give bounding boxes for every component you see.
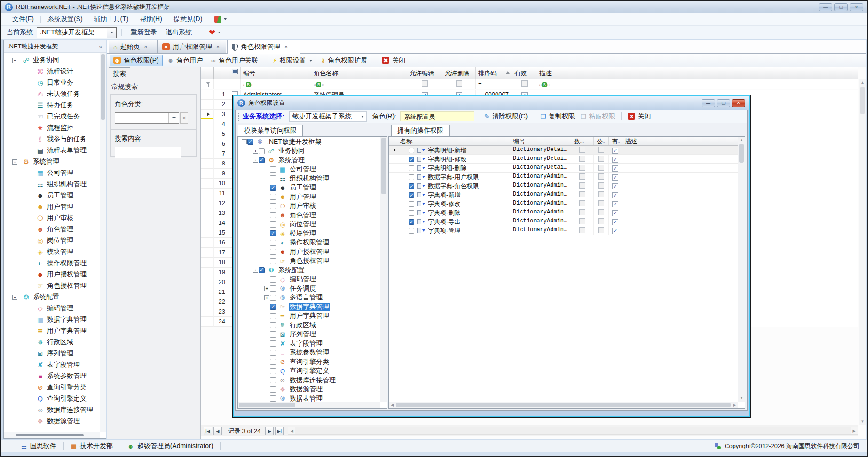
status-item[interactable]: ⚏ 国思软件 — [14, 442, 63, 450]
scrollbar-thumb[interactable] — [381, 138, 386, 194]
cell-c1[interactable] — [571, 173, 594, 181]
sidebar-tree-item[interactable]: ★ 流程监控 — [4, 122, 100, 134]
cell-c3[interactable] — [609, 164, 622, 172]
combo-dropdown-button[interactable] — [168, 113, 179, 123]
dialog-tree-item[interactable]: ∞ 数据库连接管理 — [238, 376, 380, 385]
c2-checkbox[interactable] — [598, 218, 604, 224]
tree-vertical-scrollbar[interactable] — [380, 137, 387, 402]
c1-checkbox[interactable] — [579, 156, 585, 162]
cell-c3[interactable] — [609, 217, 622, 226]
cell-description[interactable] — [622, 164, 738, 172]
cell-operation-name[interactable]: 字典项-导出 — [397, 217, 510, 226]
valid-checkbox[interactable] — [612, 210, 618, 216]
column-header-description[interactable]: 描述 — [622, 137, 738, 145]
dialog-tree-item[interactable]: + ® 任务调度 — [238, 284, 380, 293]
cell-description[interactable] — [622, 217, 738, 226]
cell-description[interactable] — [622, 190, 738, 199]
theme-icon[interactable] — [214, 16, 221, 23]
cell-operation-code[interactable]: DictionaryAdmin… — [510, 181, 571, 190]
c1-checkbox[interactable] — [579, 191, 585, 197]
system-combo[interactable]: .NET敏捷开发框架 — [37, 27, 117, 38]
minimize-button[interactable]: ▬ — [819, 3, 832, 11]
filter-valid-checkbox[interactable] — [512, 79, 537, 89]
valid-checkbox[interactable] — [612, 174, 618, 181]
c1-checkbox[interactable] — [579, 165, 585, 171]
cell-c2[interactable] — [594, 208, 609, 217]
sidebar-collapse-icon[interactable]: « — [99, 43, 102, 50]
operation-row[interactable]: 数据字典-用户权限 DictionaryAdmin… — [389, 173, 738, 181]
c2-checkbox[interactable] — [598, 165, 604, 171]
operation-row[interactable]: 字典项-导出 DictionaryAdmin… — [389, 217, 738, 226]
scroll-up-icon[interactable]: ▲ — [859, 79, 866, 87]
column-header-code[interactable]: 编号 — [241, 67, 311, 79]
heart-dropdown-arrow-icon[interactable] — [218, 32, 221, 33]
cell-c1[interactable] — [571, 217, 594, 226]
cell-c2[interactable] — [594, 155, 609, 163]
cell-operation-code[interactable]: DictionaryAdmin… — [510, 226, 571, 235]
tree-checkbox[interactable] — [270, 331, 276, 338]
cell-c3[interactable] — [609, 208, 622, 217]
scrollbar-thumb[interactable] — [396, 403, 731, 407]
column-header-c1[interactable]: 数... — [571, 137, 594, 145]
dialog-tree-item[interactable]: ≣ 用户字典管理 — [238, 312, 380, 321]
tree-checkbox[interactable] — [270, 285, 276, 292]
tree-checkbox[interactable] — [270, 221, 276, 228]
tree-expander-icon[interactable]: - — [242, 139, 247, 144]
cell-c2[interactable] — [594, 217, 609, 226]
document-tab[interactable]: ☻ 用户权限管理 × — [158, 40, 226, 54]
column-header-c3[interactable]: 有.. — [609, 137, 622, 145]
tree-expander-icon[interactable]: - — [12, 159, 17, 165]
operation-checkbox[interactable] — [409, 165, 414, 171]
tab-close-icon[interactable]: × — [284, 44, 288, 50]
dialog-tree-item[interactable]: + ☍ 业务协同 — [238, 147, 380, 156]
role-value-field[interactable]: 系统配置员 — [400, 111, 474, 121]
c1-checkbox[interactable] — [579, 182, 585, 189]
sidebar-tree-item[interactable]: ✵ 行政区域 — [4, 337, 100, 348]
cell-c1[interactable] — [571, 146, 594, 154]
search-content-input[interactable] — [115, 147, 181, 158]
tree-expander-icon[interactable]: - — [253, 268, 258, 273]
valid-checkbox[interactable] — [612, 192, 618, 198]
tree-checkbox[interactable] — [270, 304, 276, 310]
tree-expander-icon[interactable]: - — [253, 158, 258, 163]
tree-checkbox[interactable] — [270, 166, 276, 173]
operation-permission-tab[interactable]: 拥有的操作权限 — [391, 125, 450, 136]
dialog-tree-item[interactable]: ☞ 角色授权管理 — [238, 257, 380, 266]
cell-c2[interactable] — [594, 199, 609, 208]
operation-checkbox[interactable] — [409, 228, 414, 234]
filter-edit-checkbox[interactable] — [407, 79, 442, 89]
close-button[interactable]: ✕ — [850, 3, 863, 11]
operation-row[interactable]: 字典项-管理 DictionaryAdmin… — [389, 226, 738, 235]
cell-operation-name[interactable]: 字典项-删除 — [397, 208, 510, 217]
column-header-valid[interactable]: 有效 — [512, 67, 537, 79]
tree-checkbox[interactable] — [270, 175, 276, 181]
operation-row[interactable]: 数据字典-角色权限 DictionaryAdmin… — [389, 181, 738, 190]
operation-row[interactable]: 字典项-修改 DictionaryAdmin… — [389, 199, 738, 208]
cell-c2[interactable] — [594, 164, 609, 172]
nav-last-button[interactable]: ▶| — [275, 427, 284, 435]
sidebar-tree-item[interactable]: ☰ 待办任务 — [4, 100, 100, 111]
role-category-combo[interactable] — [115, 112, 179, 124]
scrollbar-thumb[interactable] — [239, 403, 295, 407]
cell-c3[interactable] — [609, 226, 622, 235]
tree-expander-icon[interactable]: + — [264, 286, 269, 291]
cell-c1[interactable] — [571, 199, 594, 208]
sidebar-tree-item[interactable]: ▥ 数据字典管理 — [4, 314, 100, 325]
tree-checkbox[interactable] — [270, 340, 276, 347]
toolbar-button[interactable]: ∞ 角色用户关联 — [207, 55, 261, 66]
sidebar-tree-item[interactable]: ☻ 用户管理 — [4, 201, 100, 213]
sidebar-tree-item[interactable]: ❖ 数据源管理 — [4, 416, 100, 427]
status-item[interactable]: ▦ 技术开发部 — [64, 442, 120, 450]
tree-expander-icon[interactable]: + — [264, 295, 269, 300]
document-tab[interactable]: ⌂ 起始页 × — [109, 40, 158, 54]
sidebar-tree-item[interactable]: ◐ 操作权限管理 — [4, 258, 100, 269]
business-system-combo[interactable]: 敏捷开发框架子系统 — [289, 111, 367, 122]
column-header-code[interactable]: 编号 — [510, 137, 571, 145]
cell-c3[interactable] — [609, 190, 622, 199]
cell-description[interactable] — [622, 208, 738, 217]
dialog-tree-item[interactable]: ≡ 系统参数管理 — [238, 348, 380, 358]
dialog-tree-item[interactable]: + ® 多语言管理 — [238, 293, 380, 303]
dialog-maximize-button[interactable]: ▢ — [717, 99, 730, 107]
sidebar-tree-item[interactable]: ◷ 日常业务 — [4, 77, 100, 88]
dialog-title-bar[interactable]: R 角色权限设置 ▬ ▢ ✕ — [234, 96, 749, 110]
